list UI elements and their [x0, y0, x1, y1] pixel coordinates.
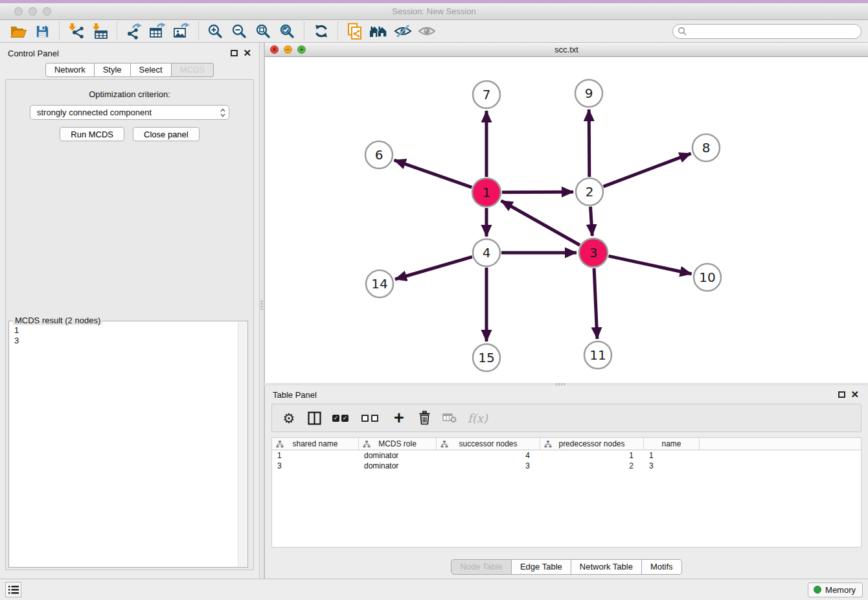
graph-edge-4-14[interactable] — [395, 257, 472, 279]
open-session-icon[interactable] — [6, 21, 30, 41]
graph-edge-1-2[interactable] — [502, 192, 573, 192]
frame-minimize-button[interactable]: − — [284, 45, 292, 54]
save-session-icon[interactable] — [30, 21, 54, 41]
search-field[interactable] — [672, 24, 862, 39]
graph-edge-3-1[interactable] — [501, 201, 580, 245]
import-table-icon[interactable] — [88, 21, 112, 41]
graph-edge-3-11[interactable] — [594, 268, 597, 339]
vertical-splitter[interactable] — [259, 43, 264, 579]
control-panel: Control Panel ✕ Network Style Select MCD… — [0, 43, 259, 579]
graph-edge-1-6[interactable] — [394, 160, 472, 187]
zoom-out-icon[interactable] — [227, 21, 251, 41]
search-input[interactable] — [687, 27, 861, 36]
task-history-button[interactable] — [5, 582, 21, 597]
import-network-icon[interactable] — [64, 21, 88, 41]
window-zoom-button[interactable] — [43, 7, 51, 16]
column-header-predecessor-nodes[interactable]: predecessor nodes — [540, 438, 644, 450]
tab-motifs[interactable]: Motifs — [642, 559, 682, 575]
cell-successor-nodes[interactable]: 3 — [437, 461, 540, 471]
zoom-in-icon[interactable] — [203, 21, 227, 41]
tab-mcds[interactable]: MCDS — [172, 63, 214, 77]
cell-name[interactable]: 3 — [644, 461, 700, 471]
folder-front — [11, 30, 27, 37]
control-panel-tabs: Network Style Select MCDS — [0, 63, 259, 77]
export-image-icon[interactable] — [170, 21, 194, 41]
optimization-criterion-label: Optimization criterion: — [6, 89, 253, 99]
column-header-name[interactable]: name — [644, 438, 700, 450]
mcds-result-group: MCDS result (2 nodes) 1 3 — [8, 321, 248, 568]
window-minimize-button[interactable] — [29, 7, 37, 16]
select-all-icon[interactable]: ✓✓ — [332, 410, 350, 426]
cell-predecessor-nodes[interactable]: 2 — [540, 461, 644, 471]
column-header-shared-name[interactable]: shared name — [272, 438, 359, 450]
attribute-icon — [440, 441, 448, 448]
tab-network[interactable]: Network — [45, 63, 95, 77]
table-row[interactable]: 3 dominator 3 2 3 — [272, 461, 861, 471]
frame-maximize-button[interactable]: + — [297, 45, 306, 54]
splitter-grip[interactable] — [260, 301, 263, 311]
cell-predecessor-nodes[interactable]: 1 — [540, 450, 644, 461]
mcds-result-list[interactable]: 1 3 — [10, 322, 237, 566]
zoom-selected-icon[interactable] — [275, 21, 299, 41]
network-view-titlebar: × − + scc.txt — [265, 43, 868, 57]
close-panel-icon[interactable]: ✕ — [243, 50, 251, 56]
show-all-icon[interactable] — [415, 21, 439, 41]
column-header-mcds-role[interactable]: MCDS role — [359, 438, 437, 450]
zoom-fit-icon[interactable] — [251, 21, 275, 41]
tab-select[interactable]: Select — [131, 63, 172, 77]
graph-node-label: 11 — [589, 347, 606, 363]
run-mcds-button[interactable]: Run MCDS — [60, 127, 124, 141]
graph-edge-2-9[interactable] — [589, 110, 589, 177]
toolbar-separator — [304, 22, 304, 40]
application-window: Session: New Session — [0, 0, 868, 600]
column-header-successor-nodes[interactable]: successor nodes — [437, 438, 540, 450]
add-column-icon[interactable]: + — [392, 410, 406, 426]
show-column-icon[interactable] — [307, 410, 321, 426]
hide-selected-icon[interactable] — [391, 21, 415, 41]
new-network-from-selection-icon[interactable] — [343, 21, 367, 41]
graph-edge-2-8[interactable] — [604, 154, 691, 187]
export-network-icon[interactable] — [122, 21, 146, 41]
export-table-icon[interactable] — [146, 21, 170, 41]
tab-edge-table[interactable]: Edge Table — [512, 559, 571, 575]
cell-mcds-role[interactable]: dominator — [359, 450, 437, 461]
tab-network-table[interactable]: Network Table — [571, 559, 642, 575]
cell-name[interactable]: 1 — [644, 450, 700, 461]
graph-node-label: 4 — [483, 245, 491, 260]
network-graph: 1234678910111415 — [265, 57, 868, 383]
window-close-button[interactable] — [14, 7, 23, 16]
toolbar-separator — [198, 22, 199, 40]
graph-node-label: 6 — [375, 147, 383, 163]
tab-node-table[interactable]: Node Table — [451, 559, 512, 575]
refresh-icon[interactable] — [309, 21, 333, 41]
frame-close-button[interactable]: × — [270, 45, 279, 54]
delete-icon[interactable] — [417, 410, 431, 426]
float-panel-icon[interactable] — [231, 50, 238, 56]
result-scrollbar[interactable] — [238, 322, 247, 566]
cell-successor-nodes[interactable]: 4 — [437, 450, 540, 461]
cell-shared-name[interactable]: 3 — [272, 461, 359, 471]
optimization-criterion-select[interactable]: strongly connected component — [30, 105, 229, 120]
mcds-result-item: 3 — [14, 336, 233, 346]
graph-edge-3-10[interactable] — [609, 256, 692, 274]
cell-mcds-role[interactable]: dominator — [359, 461, 437, 471]
graph-edge-2-3[interactable] — [591, 207, 593, 236]
toolbar-separator — [337, 22, 338, 40]
close-panel-icon[interactable]: ✕ — [851, 391, 859, 398]
table-settings-icon[interactable]: ⚙ — [282, 410, 296, 426]
mcds-result-item: 1 — [14, 325, 233, 336]
window-titlebar: Session: New Session — [0, 3, 868, 20]
cell-shared-name[interactable]: 1 — [272, 450, 359, 461]
float-panel-icon[interactable] — [838, 391, 845, 398]
attribute-icon — [363, 441, 371, 448]
network-canvas[interactable]: 1234678910111415 — [265, 57, 868, 383]
memory-button[interactable]: Memory — [808, 583, 863, 597]
table-row[interactable]: 1 dominator 4 1 1 — [272, 450, 861, 461]
first-neighbors-icon[interactable] — [367, 21, 391, 41]
graph-node-label: 3 — [589, 245, 598, 260]
attribute-icon — [544, 441, 552, 448]
dropdown-selected-value: strongly connected component — [37, 108, 152, 117]
tab-style[interactable]: Style — [95, 63, 131, 77]
close-panel-button[interactable]: Close panel — [133, 127, 200, 141]
deselect-all-icon[interactable] — [361, 410, 381, 426]
